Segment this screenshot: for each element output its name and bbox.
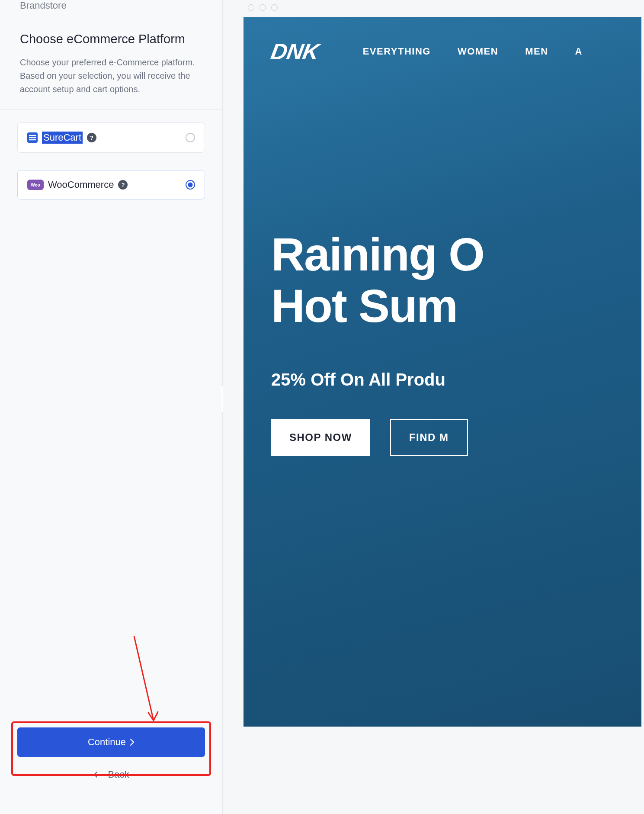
hero-heading-line2: Hot Sum — [271, 280, 641, 332]
nav-accessories[interactable]: A — [575, 46, 583, 57]
continue-button[interactable]: Continue — [17, 727, 205, 757]
platform-options: SureCart ? Woo WooCommerce ? — [0, 109, 222, 717]
site-preview: DNK EVERYTHING WOMEN MEN A Raining O Hot… — [244, 17, 641, 727]
arrow-left-icon — [93, 772, 103, 778]
hero-heading-line1: Raining O — [271, 229, 641, 280]
traffic-dot — [271, 4, 278, 11]
nav-women[interactable]: WOMEN — [458, 46, 498, 57]
option-woocommerce[interactable]: Woo WooCommerce ? — [17, 170, 205, 199]
radio-surecart[interactable] — [186, 133, 195, 142]
chevron-right-icon — [130, 739, 135, 746]
continue-label: Continue — [88, 737, 126, 748]
site-nav: DNK EVERYTHING WOMEN MEN A — [244, 17, 641, 64]
site-logo[interactable]: DNK — [269, 39, 321, 64]
traffic-dot — [248, 4, 254, 11]
find-more-button[interactable]: FIND M — [390, 419, 468, 456]
hero-subheading: 25% Off On All Produ — [271, 370, 641, 389]
surecart-logo-icon — [27, 132, 38, 143]
nav-men[interactable]: MEN — [525, 46, 548, 57]
shop-now-button[interactable]: SHOP NOW — [271, 419, 370, 456]
traffic-dot — [260, 4, 266, 11]
help-icon[interactable]: ? — [87, 133, 96, 142]
radio-woocommerce[interactable] — [186, 180, 195, 190]
help-icon[interactable]: ? — [118, 180, 128, 190]
back-label: Back — [108, 769, 129, 780]
option-surecart[interactable]: SureCart ? — [17, 122, 205, 153]
sidebar-title: Choose eCommerce Platform — [20, 32, 202, 46]
sidebar-description: Choose your preferred e-Commerce platfor… — [20, 56, 202, 96]
woocommerce-logo-icon: Woo — [27, 180, 44, 190]
hero-section: Raining O Hot Sum 25% Off On All Produ S… — [244, 64, 641, 456]
brand-label: Brandstore — [20, 0, 202, 11]
option-label: WooCommerce — [48, 179, 114, 190]
window-traffic-lights — [244, 0, 644, 17]
nav-everything[interactable]: EVERYTHING — [363, 46, 431, 57]
setup-sidebar: Brandstore Choose eCommerce Platform Cho… — [0, 0, 223, 814]
preview-pane: DNK EVERYTHING WOMEN MEN A Raining O Hot… — [223, 0, 644, 814]
back-button[interactable]: Back — [17, 761, 205, 788]
option-label: SureCart — [42, 132, 83, 144]
